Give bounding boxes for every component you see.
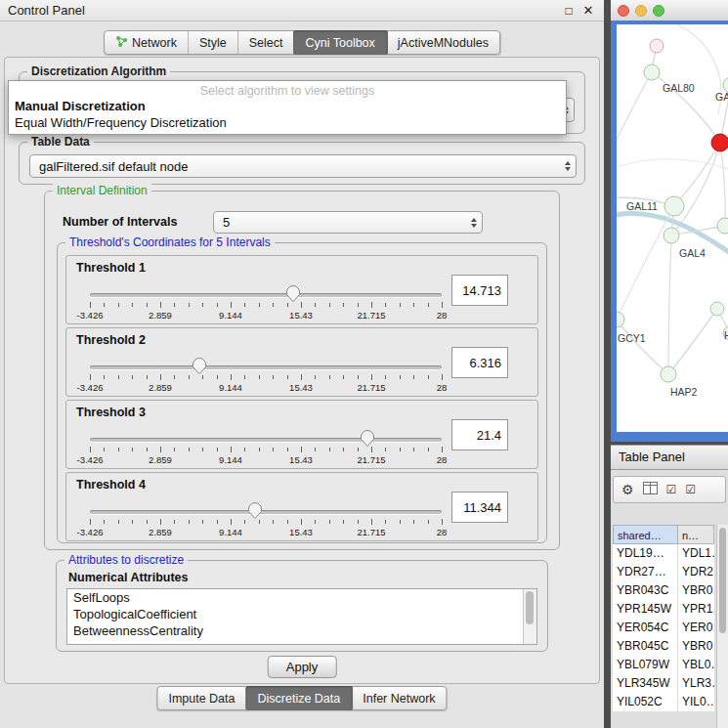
slider-track[interactable] (90, 510, 442, 514)
cell-name: YBR0… (678, 637, 714, 656)
table-row[interactable]: YDL19…YDL1… (613, 544, 714, 563)
network-edge[interactable] (720, 143, 725, 226)
bottom-tab-impute-data[interactable]: Impute Data (157, 687, 246, 709)
table-row[interactable]: YBL079WYBL0… (613, 656, 714, 674)
close-panel-button[interactable]: ✕ (580, 0, 596, 21)
table-data-combo-value: galFiltered.sif default node (39, 159, 188, 174)
scrollbar-thumb[interactable] (719, 528, 726, 633)
column-header-shared-name[interactable]: shared… (613, 525, 678, 544)
threshold-label: Threshold 2 (76, 333, 146, 347)
table-row[interactable]: YBR043CYBR0… (613, 581, 714, 600)
attribute-item-betweennesscentrality[interactable]: BetweennessCentrality (67, 622, 536, 639)
threshold-slider[interactable]: -3.4262.8599.14415.4321.71528 (90, 426, 442, 467)
bottom-tab-discretize-data[interactable]: Discretize Data (246, 686, 354, 710)
number-of-intervals-combo[interactable]: 5 (213, 211, 483, 234)
slider-track[interactable] (90, 438, 442, 442)
tick-label: -3.426 (77, 310, 104, 321)
tab-jactivemnodules[interactable]: jActiveMNodules (387, 31, 499, 54)
column-header-name[interactable]: n… (678, 525, 714, 544)
attributes-scrollbar[interactable] (523, 589, 536, 644)
tick-label: 21.715 (357, 310, 385, 321)
network-node-gal11[interactable] (664, 196, 684, 216)
network-node-gal80[interactable] (644, 64, 660, 80)
network-node[interactable] (650, 39, 664, 53)
columns-icon[interactable] (643, 481, 658, 498)
popup-option-equal-width-frequency-discretization[interactable]: Equal Width/Frequency Discretization (9, 114, 566, 131)
attribute-item-selfloops[interactable]: SelfLoops (67, 589, 536, 606)
tick-mark (301, 302, 302, 308)
network-node[interactable] (710, 302, 724, 316)
table-data-combo[interactable]: galFiltered.sif default node (29, 154, 577, 178)
table-row[interactable]: YIL052CYIL0… (613, 693, 714, 711)
slider-track[interactable] (90, 293, 442, 297)
tick-mark (259, 375, 260, 379)
network-edge[interactable] (668, 309, 717, 374)
threshold-slider[interactable]: -3.4262.8599.14415.4321.71528 (90, 354, 442, 395)
attribute-item-topologicalcoefficient[interactable]: TopologicalCoefficient (67, 606, 536, 622)
tick-label: 2.859 (149, 527, 172, 537)
zoom-window-icon[interactable] (653, 5, 664, 17)
tick-mark (202, 448, 203, 451)
tick-mark (217, 375, 218, 379)
tick-mark (244, 520, 245, 524)
network-edge[interactable] (617, 72, 652, 150)
bottom-tab-infer-network[interactable]: Infer Network (352, 687, 446, 709)
close-window-icon[interactable] (618, 5, 629, 17)
tick-mark (301, 519, 302, 525)
network-node-gal4[interactable] (664, 228, 679, 243)
tab-label: Infer Network (363, 692, 435, 706)
numerical-attributes-list: SelfLoopsTopologicalCoefficientBetweenne… (66, 588, 537, 645)
tick-mark (315, 448, 316, 451)
group-title: Interval Definition (53, 184, 151, 197)
table-row[interactable]: YER054CYER0… (613, 619, 714, 637)
threshold-value-field[interactable]: 11.344 (451, 492, 508, 523)
tab-network[interactable]: Network (105, 31, 189, 54)
tick-mark (442, 302, 443, 308)
tick-mark (174, 520, 175, 524)
select-none-checkbox-icon[interactable]: ☑ (685, 484, 696, 495)
scrollbar-thumb[interactable] (526, 591, 534, 624)
tick-mark (189, 448, 190, 451)
table-row[interactable]: YBR045CYBR0… (613, 637, 714, 656)
popup-option-manual-discretization[interactable]: Manual Discretization (9, 98, 566, 114)
cell-name: YDR2… (678, 563, 714, 581)
tick-mark (385, 448, 386, 451)
network-canvas[interactable]: GAL80GAGAL11GAL4GCY1HAP2H (617, 24, 728, 432)
tab-cyni-toolbox[interactable]: Cyni Toolbox (293, 30, 387, 55)
threshold-value-field[interactable]: 21.4 (451, 419, 508, 450)
table-row[interactable]: YDR27…YDR2… (613, 563, 714, 581)
network-node-hap2[interactable] (661, 366, 676, 382)
tab-select[interactable]: Select (238, 31, 295, 54)
cell-shared-name: YDL19… (613, 544, 678, 563)
network-node[interactable] (717, 218, 728, 234)
network-edge[interactable] (617, 206, 674, 320)
gear-icon[interactable]: ⚙ (621, 483, 634, 496)
apply-button[interactable]: Apply (268, 656, 337, 678)
network-node[interactable] (711, 134, 728, 151)
tick-mark (104, 520, 105, 524)
tick-mark (244, 375, 245, 379)
threshold-value-field[interactable]: 6.316 (451, 347, 508, 378)
threshold-value-field[interactable]: 14.713 (451, 275, 508, 306)
network-edge[interactable] (617, 320, 668, 374)
table-scrollbar[interactable] (716, 525, 728, 728)
network-node-label: GCY1 (618, 332, 646, 344)
tick-mark (202, 303, 203, 307)
threshold-slider[interactable]: -3.4262.8599.14415.4321.71528 (90, 498, 442, 539)
select-all-checkbox-icon[interactable]: ☑ (666, 484, 677, 495)
slider-ticks (90, 373, 442, 381)
tick-mark (343, 375, 344, 379)
table-row[interactable]: YPR145WYPR1… (613, 600, 714, 619)
tick-mark (428, 520, 429, 524)
network-node-gcy1[interactable] (617, 312, 624, 327)
slider-track[interactable] (90, 365, 442, 369)
tab-style[interactable]: Style (189, 31, 238, 54)
minimize-window-icon[interactable] (635, 5, 647, 17)
float-window-button[interactable]: □ (561, 0, 577, 21)
tick-label: 9.144 (219, 382, 242, 393)
tick-label: 9.144 (219, 454, 242, 465)
tick-mark (358, 520, 359, 524)
threshold-slider[interactable]: -3.4262.8599.14415.4321.71528 (90, 281, 442, 322)
network-edge[interactable] (668, 236, 671, 374)
table-row[interactable]: YLR345WYLR3… (613, 674, 714, 693)
